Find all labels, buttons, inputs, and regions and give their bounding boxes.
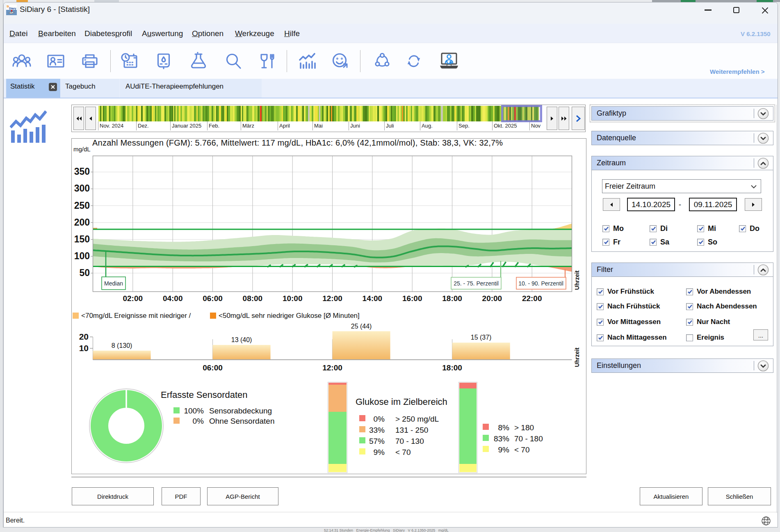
svg-text:Anzahl Messungen (FGM): 5.766,: Anzahl Messungen (FGM): 5.766, Mittelwer… <box>92 139 503 147</box>
svg-text:18:00: 18:00 <box>442 294 462 303</box>
svg-text:14:00: 14:00 <box>363 294 383 303</box>
svg-text:25 (44): 25 (44) <box>351 323 372 330</box>
svg-text:02:00: 02:00 <box>123 294 143 303</box>
svg-text:10:00: 10:00 <box>283 294 303 303</box>
svg-text:12:00: 12:00 <box>322 363 342 372</box>
svg-text:18:00: 18:00 <box>442 363 462 372</box>
svg-text:06:00: 06:00 <box>203 294 223 303</box>
svg-text:250: 250 <box>74 200 90 211</box>
svg-text:25. - 75. Perzentil: 25. - 75. Perzentil <box>454 280 499 287</box>
svg-text:10: 10 <box>79 343 89 353</box>
svg-text:12:00: 12:00 <box>322 294 342 303</box>
svg-text:350: 350 <box>74 166 90 177</box>
svg-text:Diary: Diary <box>9 7 16 10</box>
svg-text:50: 50 <box>79 267 90 278</box>
svg-text:20:00: 20:00 <box>482 294 502 303</box>
svg-text:15 (37): 15 (37) <box>471 334 492 341</box>
svg-text:10. - 90. Perzentil: 10. - 90. Perzentil <box>518 280 563 287</box>
svg-text:08:00: 08:00 <box>243 294 263 303</box>
svg-text:04:00: 04:00 <box>163 294 183 303</box>
svg-text:06:00: 06:00 <box>203 363 223 372</box>
svg-text:Median: Median <box>104 280 123 287</box>
svg-text:200: 200 <box>74 217 90 228</box>
svg-text:13 (40): 13 (40) <box>231 336 252 343</box>
svg-text:100: 100 <box>74 251 90 261</box>
svg-text:22:00: 22:00 <box>522 294 542 303</box>
svg-text:mg/dL: mg/dL <box>73 146 91 153</box>
svg-text:<50mg/dL sehr niedriger Glukos: <50mg/dL sehr niedriger Glukose [Ø Minut… <box>219 312 360 320</box>
svg-text:300: 300 <box>74 183 90 194</box>
svg-text:<70mg/dL Ereignisse mit niedri: <70mg/dL Ereignisse mit niedriger / <box>81 312 191 320</box>
svg-text:8 (130): 8 (130) <box>112 342 132 349</box>
svg-text:20: 20 <box>79 332 89 341</box>
svg-text:Uhrzeit: Uhrzeit <box>574 347 580 367</box>
svg-text:Uhrzeit: Uhrzeit <box>574 270 580 290</box>
svg-text:150: 150 <box>74 234 90 244</box>
svg-text:16:00: 16:00 <box>402 294 422 303</box>
